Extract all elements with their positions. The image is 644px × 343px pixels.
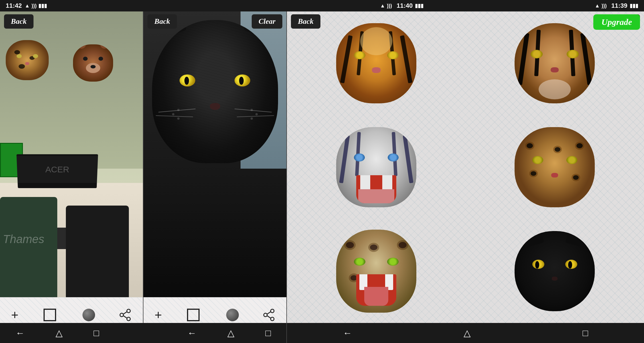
bear-face-overlay — [73, 44, 113, 82]
back-button-2[interactable]: Back — [147, 14, 177, 29]
photo-area-2 — [143, 11, 286, 297]
animal-cell-snow-leopard[interactable] — [287, 219, 465, 323]
battery-icon-2: ▮▮▮ — [415, 3, 424, 9]
panther-nose — [210, 103, 220, 110]
office-scene: ACER Thames — [0, 11, 143, 297]
panther-photo — [143, 11, 286, 297]
panther-eye-right — [235, 74, 250, 86]
time-3: 11:39 — [611, 2, 627, 9]
panel-1: Back — [0, 11, 143, 343]
back-nav-icon-3[interactable]: ← — [343, 328, 352, 338]
recent-nav-icon-1[interactable]: □ — [94, 328, 99, 338]
animal-cell-black-panther-small[interactable] — [466, 219, 644, 323]
home-nav-icon-3[interactable]: △ — [464, 328, 471, 338]
bottom-nav-3: ← △ □ — [287, 323, 644, 343]
status-section-1: 11:42 ▲ ))) ▮▮▮ — [0, 2, 215, 9]
panel-3: Clear Back Upgrade — [287, 11, 644, 343]
svg-line-9 — [267, 316, 271, 318]
svg-line-3 — [123, 312, 127, 314]
svg-line-4 — [123, 316, 127, 318]
clear-button-2[interactable]: Clear — [252, 14, 282, 29]
main-container: Back — [0, 11, 644, 343]
animal-cell-leopard[interactable] — [466, 115, 644, 219]
photo-area-1: ACER Thames — [0, 11, 143, 297]
animal-cell-white-tiger[interactable] — [287, 115, 465, 219]
status-section-2: ▲ ))) 11:40 ▮▮▮ — [215, 2, 430, 9]
person-left-body — [0, 197, 57, 297]
svg-point-7 — [271, 317, 274, 321]
bottom-nav-12: ← △ □ ← △ □ — [0, 323, 286, 343]
frames-icon-1 — [44, 309, 56, 321]
svg-line-8 — [267, 312, 271, 314]
wifi-icon-3: ))) — [602, 3, 607, 9]
signal-icon-1: ▲ — [25, 3, 30, 9]
leopard-face-overlay — [6, 40, 49, 80]
status-bar: 11:42 ▲ ))) ▮▮▮ ▲ ))) 11:40 ▮▮▮ ▲ ))) 11… — [0, 0, 644, 11]
filters-icon-2 — [226, 309, 239, 321]
svg-point-5 — [271, 309, 274, 313]
back-button-1[interactable]: Back — [4, 14, 34, 29]
back-nav-icon-2[interactable]: ← — [187, 328, 196, 338]
battery-icon-3: ▮▮▮ — [630, 3, 638, 9]
share-icon-1 — [119, 309, 131, 321]
filters-icon-1 — [82, 309, 95, 321]
back-nav-icon-1[interactable]: ← — [15, 328, 25, 338]
svg-point-0 — [127, 309, 130, 313]
svg-point-6 — [264, 313, 267, 317]
add-icon-2: + — [155, 308, 162, 322]
panther-head-large — [152, 20, 278, 163]
panel-2: Clear Back — [143, 11, 286, 343]
person-right-body — [66, 206, 129, 297]
panther-eye-left — [180, 74, 195, 86]
upgrade-button[interactable]: Upgrade — [593, 14, 640, 30]
time-2: 11:40 — [397, 2, 413, 9]
recent-nav-icon-3[interactable]: □ — [583, 328, 588, 338]
thames-text: Thames — [3, 233, 44, 246]
signal-icon-2: ▲ — [380, 3, 385, 9]
share-icon-2 — [263, 309, 275, 321]
signal-icon-3: ▲ — [595, 3, 600, 9]
svg-point-1 — [120, 313, 123, 317]
time-1: 11:42 — [6, 2, 22, 9]
add-icon-1: + — [11, 308, 19, 322]
frames-icon-2 — [187, 309, 200, 321]
back-button-3[interactable]: Back — [291, 14, 320, 29]
home-nav-icon-1[interactable]: △ — [56, 328, 63, 338]
recent-nav-icon-2[interactable]: □ — [265, 328, 271, 338]
status-section-3: ▲ ))) 11:39 ▮▮▮ — [429, 2, 644, 9]
animal-grid — [287, 11, 644, 323]
battery-icon-1: ▮▮▮ — [38, 3, 47, 9]
wifi-icon-1: ))) — [31, 3, 37, 9]
wifi-icon-2: ))) — [387, 3, 392, 9]
svg-point-2 — [127, 317, 130, 321]
laptop-front: ACER — [17, 154, 98, 188]
home-nav-icon-2[interactable]: △ — [227, 328, 235, 338]
